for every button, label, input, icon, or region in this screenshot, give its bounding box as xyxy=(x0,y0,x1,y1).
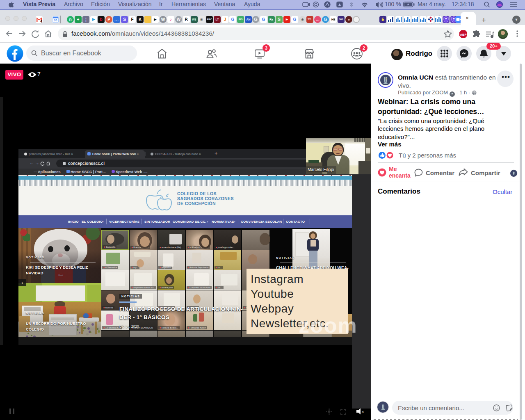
svg-text:×: × xyxy=(362,410,364,414)
svg-text:30: 30 xyxy=(54,19,57,22)
svg-text:ABP: ABP xyxy=(460,33,467,37)
